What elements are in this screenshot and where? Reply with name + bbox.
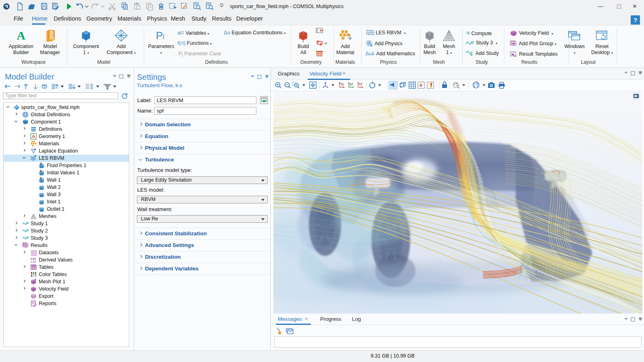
svg-text:e-12: e-12 xyxy=(31,260,36,263)
svg-text:D: D xyxy=(40,162,42,165)
svg-text:xz: xz xyxy=(359,82,363,86)
svg-text:8.85: 8.85 xyxy=(31,257,36,260)
svg-text:D: D xyxy=(40,169,42,172)
svg-text:A: A xyxy=(17,29,25,42)
svg-text:D: D xyxy=(40,177,42,180)
svg-text:P: P xyxy=(156,29,163,42)
svg-text:xy: xy xyxy=(340,82,344,86)
svg-text:i: i xyxy=(163,33,164,41)
svg-text:yz: yz xyxy=(350,82,353,86)
